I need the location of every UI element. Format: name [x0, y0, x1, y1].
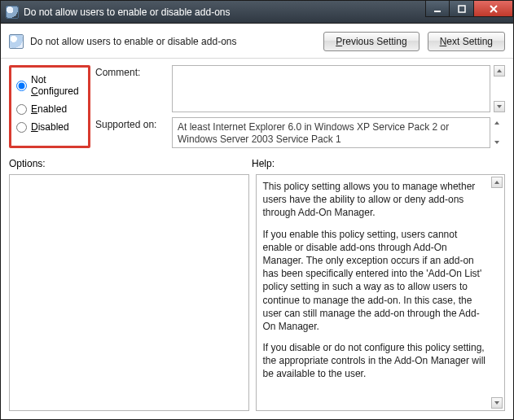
- maximize-button[interactable]: [450, 1, 474, 17]
- options-label: Options:: [9, 158, 252, 169]
- help-paragraph-1: This policy setting allows you to manage…: [263, 180, 489, 220]
- comment-scrollbar[interactable]: [494, 65, 505, 112]
- config-row: Not Configured Enabled Disabled Comment:…: [1, 59, 513, 151]
- close-button[interactable]: [474, 1, 513, 17]
- radio-enabled[interactable]: Enabled: [16, 102, 83, 120]
- header-row: Do not allow users to enable or disable …: [1, 24, 513, 56]
- radio-not-configured-label: Not Configured: [31, 74, 83, 97]
- radio-not-configured[interactable]: Not Configured: [16, 72, 83, 102]
- radio-disabled[interactable]: Disabled: [16, 120, 83, 138]
- minimize-button[interactable]: [425, 1, 450, 17]
- radio-not-configured-input[interactable]: [16, 81, 27, 91]
- supported-scrollbar[interactable]: [494, 117, 505, 148]
- options-pane: [9, 174, 249, 411]
- help-paragraph-2: If you enable this policy setting, users…: [263, 228, 489, 334]
- radio-disabled-input[interactable]: [16, 122, 27, 133]
- lower-section: Options: Help: This policy setting allow…: [1, 151, 513, 419]
- radio-disabled-label: Disabled: [31, 121, 69, 133]
- panes: This policy setting allows you to manage…: [9, 174, 505, 411]
- supported-on-text: At least Internet Explorer 6.0 in Window…: [172, 117, 490, 148]
- state-radio-group: Not Configured Enabled Disabled: [9, 65, 90, 148]
- policy-icon: [9, 34, 24, 49]
- help-pane: This policy setting allows you to manage…: [256, 174, 506, 411]
- scroll-up-icon[interactable]: [494, 117, 505, 129]
- page-title: Do not allow users to enable or disable …: [30, 36, 323, 47]
- meta-column: Comment: Supported on: At least Internet…: [95, 65, 505, 148]
- svg-rect-1: [459, 6, 465, 12]
- app-icon: [6, 6, 19, 19]
- lower-labels: Options: Help:: [9, 158, 505, 169]
- scroll-down-icon[interactable]: [494, 137, 505, 148]
- radio-enabled-input[interactable]: [16, 104, 27, 115]
- comment-input[interactable]: [172, 65, 490, 112]
- help-scrollbar[interactable]: [491, 177, 503, 409]
- next-setting-button[interactable]: Next Setting: [428, 32, 505, 51]
- window-controls: [425, 1, 513, 23]
- policy-editor-window: Do not allow users to enable or disable …: [0, 0, 514, 420]
- radio-enabled-label: Enabled: [31, 103, 67, 115]
- next-rest: ext Setting: [446, 36, 493, 47]
- previous-setting-button[interactable]: Previous Setting: [323, 32, 419, 51]
- nav-buttons: Previous Setting Next Setting: [323, 32, 505, 51]
- titlebar[interactable]: Do not allow users to enable or disable …: [1, 1, 513, 24]
- supported-on-label: Supported on:: [95, 117, 169, 130]
- comment-label: Comment:: [95, 65, 169, 112]
- window-title: Do not allow users to enable or disable …: [24, 7, 425, 18]
- scroll-up-icon[interactable]: [491, 177, 503, 188]
- help-paragraph-3: If you disable or do not configure this …: [263, 341, 489, 381]
- scroll-up-icon[interactable]: [494, 65, 505, 77]
- scroll-down-icon[interactable]: [491, 397, 503, 409]
- svg-rect-0: [434, 11, 441, 12]
- help-label: Help:: [252, 158, 275, 169]
- next-underline: N: [440, 36, 447, 47]
- prev-rest: revious Setting: [342, 36, 406, 47]
- scroll-down-icon[interactable]: [494, 101, 505, 112]
